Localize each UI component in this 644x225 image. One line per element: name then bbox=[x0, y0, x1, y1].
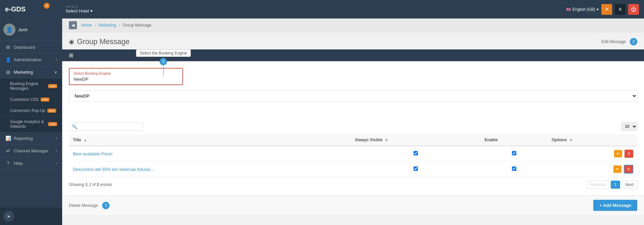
col-always-visible: Always Visible ⇅ bbox=[351, 134, 480, 146]
breadcrumb: ◀ Home / Marketing / Group Message bbox=[62, 18, 644, 32]
page-1-button[interactable]: 1 bbox=[611, 181, 620, 189]
pagination: Previous 1 Next bbox=[586, 181, 637, 189]
chevron-right-icon: ‹ bbox=[56, 161, 57, 165]
sidebar-item-dashboard[interactable]: ⊞ Dashboard bbox=[0, 41, 62, 53]
booking-engine-value: NewDP bbox=[74, 77, 88, 82]
logout-button[interactable]: ➤ bbox=[3, 211, 14, 222]
user-section: 👤 Jonh bbox=[0, 18, 62, 41]
top-navbar: e-GDS 4 HOTELS: Select Hotel ▾ 🇬🇧 Englis… bbox=[0, 0, 644, 18]
chevron-down-icon: ∨ bbox=[54, 70, 57, 74]
dashboard-icon: ⊞ bbox=[5, 44, 11, 50]
target-icon: ◉ bbox=[69, 38, 74, 45]
row1-options: ✏ ✕ bbox=[548, 146, 637, 161]
sidebar-item-reporting[interactable]: 📊 Reporting ‹ bbox=[0, 132, 62, 145]
row1-always-visible bbox=[351, 146, 480, 161]
page-header: ◉ Group Message Edit Message 2 bbox=[62, 32, 644, 49]
breadcrumb-sep: / bbox=[95, 23, 96, 28]
submenu-google-analytics[interactable]: Google Analytics & Adwords new bbox=[0, 116, 62, 132]
sidebar-item-marketing[interactable]: ◎ Marketing ∨ bbox=[0, 66, 62, 78]
sidebar-bottom: ➤ bbox=[0, 208, 62, 225]
row2-title: Descontos até 50% em reservas futuras... bbox=[69, 161, 351, 177]
chevron-right-icon: ‹ bbox=[56, 136, 57, 140]
sidebar-item-label: Marketing bbox=[14, 70, 33, 75]
booking-engine-section: Select Booking Engine NewDP bbox=[69, 68, 183, 85]
username: Jonh bbox=[18, 27, 28, 32]
breadcrumb-sep2: / bbox=[119, 23, 120, 28]
data-table: Title ▲ Always Visible ⇅ Enable Options … bbox=[69, 134, 637, 177]
search-input[interactable] bbox=[79, 124, 140, 129]
avatar: 👤 bbox=[3, 24, 15, 36]
showing-text: Showing 1 2 of 2 entries bbox=[69, 182, 112, 187]
submenu-label: Booking Engine Messages bbox=[10, 81, 46, 91]
row2-enable-checkbox[interactable] bbox=[512, 166, 516, 171]
row1-enable-checkbox[interactable] bbox=[512, 151, 516, 155]
row1-enable bbox=[480, 146, 548, 161]
sort-icon: ⇅ bbox=[569, 138, 572, 142]
new-badge: new bbox=[48, 84, 57, 88]
hotel-value: Select Hotel ▾ bbox=[66, 8, 93, 13]
reporting-icon: 📊 bbox=[5, 136, 11, 141]
power-icon-btn[interactable]: ⏻ bbox=[628, 4, 639, 15]
row1-always-visible-checkbox[interactable] bbox=[414, 151, 418, 155]
language-selector[interactable]: 🇬🇧 English (GB) ▾ bbox=[566, 7, 599, 12]
breadcrumb-home[interactable]: Home bbox=[81, 23, 92, 28]
per-page-select: 10 25 50 bbox=[621, 122, 637, 131]
table-footer: Showing 1 2 of 2 entries Previous 1 Next bbox=[69, 181, 637, 189]
sidebar-item-channel-manager[interactable]: ⇄ Channel Manager ‹ bbox=[0, 145, 62, 157]
step3-badge: 3 bbox=[102, 202, 110, 209]
flag-icon: 🇬🇧 bbox=[566, 7, 571, 12]
chevron-right-icon: ‹ bbox=[56, 149, 57, 153]
col-enable: Enable bbox=[480, 134, 548, 146]
row2-always-visible-checkbox[interactable] bbox=[414, 166, 418, 171]
submenu-customize-css[interactable]: Customize CSS new bbox=[0, 94, 62, 105]
bottom-bar: Delete Message 3 + Add Message bbox=[62, 195, 644, 215]
table-controls: 🔍 10 25 50 bbox=[69, 122, 637, 131]
chevron-right-icon: ‹ bbox=[56, 58, 57, 62]
table-row: Best available Price! ✏ ✕ bbox=[69, 146, 637, 161]
grid-view-icon[interactable]: ⊞ bbox=[69, 52, 73, 59]
menu-icon-btn[interactable]: ≡ bbox=[615, 4, 626, 15]
search-box: 🔍 bbox=[69, 122, 143, 131]
submenu-booking-engine-messages[interactable]: Booking Engine Messages new bbox=[0, 78, 62, 94]
next-page-button[interactable]: Next bbox=[621, 181, 637, 189]
row2-delete-button[interactable]: ✕ bbox=[624, 165, 633, 174]
step2-badge: 2 bbox=[630, 38, 637, 45]
sidebar-item-help[interactable]: ? Help ‹ bbox=[0, 157, 62, 170]
back-button[interactable]: ◀ bbox=[69, 21, 77, 29]
app-logo: e-GDS bbox=[5, 5, 45, 13]
lang-label: English (GB) bbox=[572, 7, 595, 12]
row1-delete-button[interactable]: ✕ bbox=[625, 150, 633, 158]
table-header-row: Title ▲ Always Visible ⇅ Enable Options … bbox=[69, 134, 637, 146]
previous-page-button[interactable]: Previous bbox=[586, 181, 609, 189]
help-icon: ? bbox=[5, 160, 11, 166]
col-title: Title ▲ bbox=[69, 134, 351, 146]
breadcrumb-marketing[interactable]: Marketing bbox=[98, 23, 116, 28]
channel-manager-icon: ⇄ bbox=[5, 148, 11, 153]
sidebar-item-administration[interactable]: 👤 Administration ‹ bbox=[0, 53, 62, 66]
lang-chevron-icon: ▾ bbox=[597, 7, 599, 12]
breadcrumb-current: Group Message bbox=[123, 23, 151, 28]
grid-icon-btn[interactable]: ✕ bbox=[601, 4, 612, 15]
per-page-dropdown[interactable]: 10 25 50 bbox=[621, 122, 637, 131]
right-icons: 🇬🇧 English (GB) ▾ ✕ ≡ ⏻ bbox=[566, 4, 639, 15]
sidebar-item-label: Reporting bbox=[14, 136, 33, 141]
submenu-conversion-popup[interactable]: Conversion Pop-Up new bbox=[0, 105, 62, 116]
main-content: ◀ Home / Marketing / Group Message ◉ Gro… bbox=[62, 18, 644, 225]
hotel-selector[interactable]: HOTELS: Select Hotel ▾ bbox=[66, 5, 93, 13]
delete-message-label: Delete Message bbox=[69, 203, 98, 208]
notification-badge[interactable]: 4 bbox=[44, 3, 50, 9]
marketing-icon: ◎ bbox=[5, 69, 11, 75]
add-message-button[interactable]: + Add Message bbox=[593, 200, 637, 211]
row1-title: Best available Price! bbox=[69, 146, 351, 161]
row1-edit-button[interactable]: ✏ bbox=[614, 150, 622, 157]
submenu-label: Conversion Pop-Up bbox=[10, 108, 45, 113]
marketing-submenu: Booking Engine Messages new Customize CS… bbox=[0, 78, 62, 132]
row2-enable bbox=[480, 161, 548, 177]
booking-engine-select[interactable]: NewDP bbox=[69, 90, 637, 102]
content-area: Select the Booking Engine 1 Select Booki… bbox=[62, 61, 644, 195]
row2-edit-button[interactable]: ✏ bbox=[613, 165, 621, 173]
table-row: Descontos até 50% em reservas futuras...… bbox=[69, 161, 637, 177]
sidebar-item-label: Help bbox=[14, 161, 23, 166]
sidebar-item-label: Channel Manager bbox=[14, 148, 48, 153]
search-icon: 🔍 bbox=[72, 124, 77, 129]
